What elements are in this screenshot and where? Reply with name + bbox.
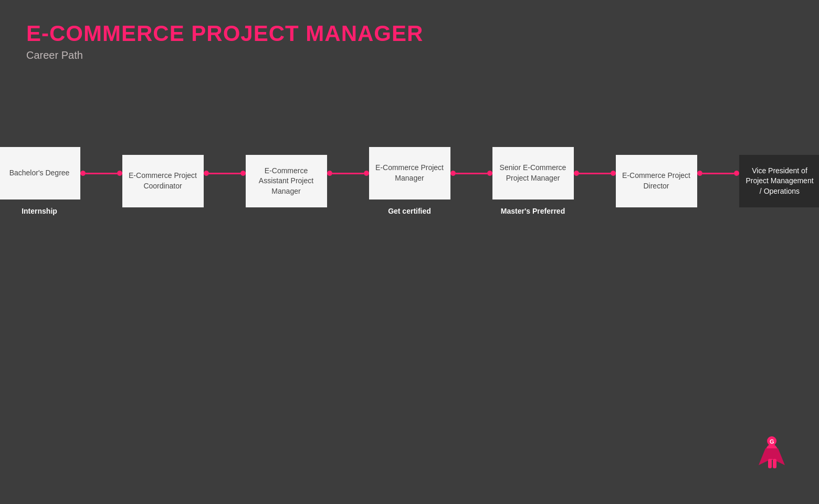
connector-line [86,173,117,174]
connector-dot-right [611,171,616,176]
connector-dot-right [364,171,369,176]
g-superhero-logo: G [756,434,788,476]
header: E-COMMERCE PROJECT MANAGER Career Path [0,0,819,67]
step-project-manager: E-Commerce Project ManagerGet certified [369,147,450,215]
connector-dot-left [80,171,86,176]
step-vp: Vice President of Project Management / O… [739,155,820,207]
page-subtitle: Career Path [26,49,793,61]
connector-3 [450,171,492,176]
step-box-assistant-manager: E-Commerce Assistant Project Manager [246,155,327,207]
step-director: E-Commerce Project Director [616,155,697,207]
step-bachelors: Bachelor's DegreeInternship [0,147,80,215]
step-assistant-manager: E-Commerce Assistant Project Manager [246,155,327,207]
step-box-bachelors: Bachelor's Degree [0,147,80,200]
connector-line [209,173,240,174]
connector-dot-right [734,171,739,176]
step-box-project-manager: E-Commerce Project Manager [369,147,450,200]
step-badge-senior-manager: Master's Preferred [501,207,565,215]
connector-dot-left [327,171,332,176]
page-title: E-COMMERCE PROJECT MANAGER [26,21,793,46]
svg-rect-4 [773,459,776,468]
connector-2 [327,171,369,176]
connector-line [332,173,364,174]
connector-line [456,173,487,174]
svg-rect-3 [768,459,772,468]
connector-0 [80,171,122,176]
connector-line [579,173,611,174]
step-badge-project-manager: Get certified [388,207,431,215]
connector-dot-left [697,171,702,176]
connector-dot-left [574,171,579,176]
connector-dot-right [487,171,492,176]
career-path: Bachelor's DegreeInternshipE-Commerce Pr… [16,147,803,215]
logo-container: G [756,434,788,478]
connector-dot-left [450,171,456,176]
step-box-coordinator: E-Commerce Project Coordinator [122,155,204,207]
step-senior-manager: Senior E-Commerce Project ManagerMaster'… [492,147,574,215]
step-box-vp: Vice President of Project Management / O… [739,155,820,207]
connector-dot-right [240,171,246,176]
connector-1 [204,171,246,176]
connector-dot-right [117,171,122,176]
connector-4 [574,171,616,176]
connector-line [702,173,734,174]
connector-dot-left [204,171,209,176]
step-badge-bachelors: Internship [22,207,57,215]
step-box-director: E-Commerce Project Director [616,155,697,207]
connector-5 [697,171,739,176]
step-box-senior-manager: Senior E-Commerce Project Manager [492,147,574,200]
svg-text:G: G [770,438,774,445]
step-coordinator: E-Commerce Project Coordinator [122,155,204,207]
